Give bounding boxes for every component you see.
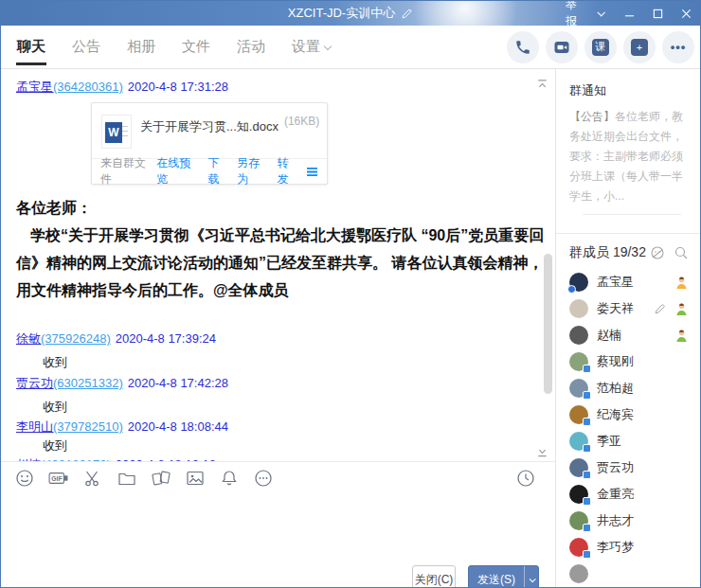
- message-header: 李明山(379782510)2020-4-8 18:08:44: [16, 419, 555, 435]
- svg-text:GIF: GIF: [51, 475, 62, 482]
- message-timestamp: 2020-4-8 17:31:28: [128, 80, 228, 94]
- file-name: 关于开展学习贯...知.docx: [140, 118, 279, 135]
- members-header: 群成员 19/32: [556, 234, 700, 269]
- group-app-plus-icon[interactable]: +: [623, 31, 656, 63]
- message-text: 各位老师： 学校“关于开展学习贯彻《习近平总书记给北大援鄂医疗队 “90后”党员…: [16, 194, 547, 304]
- message-history-clock-icon[interactable]: [515, 468, 536, 489]
- sender-name-link[interactable]: 孟宝星: [16, 80, 53, 94]
- member-row[interactable]: 李巧梦: [556, 534, 700, 561]
- sender-name-link[interactable]: 贾云功: [16, 376, 53, 390]
- member-row[interactable]: 金重亮: [556, 481, 700, 508]
- jump-to-bottom-icon[interactable]: [536, 446, 548, 458]
- message-header-clipped: 赵楠(402183173)2020-4-8 18:12:18: [16, 456, 555, 461]
- avatar: [569, 432, 588, 451]
- avatar: [569, 405, 588, 424]
- sender-uid-link[interactable]: (630251332): [53, 376, 123, 390]
- message-text: 收到: [43, 437, 555, 454]
- file-message-card[interactable]: W 关于开展学习贯...知.docx (16KB) 来自群文件 在线预览 下载 …: [91, 102, 328, 185]
- tab-announcement[interactable]: 公告: [71, 27, 101, 67]
- avatar: [569, 273, 588, 292]
- message-timestamp: 2020-4-8 18:12:18: [116, 457, 216, 461]
- tab-chat[interactable]: 聊天: [16, 27, 46, 67]
- window-shake-icon[interactable]: [151, 468, 171, 489]
- more-tools-icon[interactable]: [253, 468, 274, 489]
- mobile-online-badge: [583, 365, 591, 373]
- group-sidebar: 群通知 【公告】各位老师，教务处近期会出台文件，要求：主副带老师必须分班上课（每…: [555, 69, 700, 587]
- jump-to-top-icon[interactable]: [536, 79, 548, 91]
- sender-name-link[interactable]: 徐敏: [16, 331, 41, 346]
- member-row[interactable]: 季亚: [556, 428, 700, 454]
- tab-files[interactable]: 文件: [181, 27, 211, 67]
- send-file-folder-icon[interactable]: [117, 468, 137, 489]
- more-icon[interactable]: •••: [662, 31, 694, 63]
- sender-uid-link[interactable]: (379782510): [53, 419, 123, 434]
- file-forward-link[interactable]: 转发: [277, 155, 299, 187]
- mobile-online-badge: [583, 524, 591, 532]
- member-row[interactable]: 蔡现刚: [556, 348, 700, 375]
- smiley-icon[interactable]: [14, 468, 35, 489]
- window-title: XZCIT-JD-实训中心: [288, 5, 395, 22]
- member-row[interactable]: 井志才: [556, 508, 700, 534]
- send-button[interactable]: 发送(S): [468, 565, 539, 588]
- group-notice[interactable]: 群通知 【公告】各位老师，教务处近期会出台文件，要求：主副带老师必须分班上课（每…: [556, 69, 700, 215]
- voice-call-icon[interactable]: [507, 31, 539, 63]
- mobile-online-badge: [583, 497, 591, 506]
- maximize-icon[interactable]: [643, 1, 672, 26]
- edit-pencil-icon[interactable]: [401, 8, 413, 20]
- member-search-icon[interactable]: [674, 245, 689, 260]
- close-button[interactable]: 关闭(C): [412, 565, 456, 588]
- member-row[interactable]: 贾云功: [556, 454, 700, 481]
- chat-scrollbar-thumb[interactable]: [544, 254, 552, 394]
- tab-settings[interactable]: 设置: [291, 27, 332, 67]
- message-text: 收到: [43, 399, 555, 415]
- video-call-icon[interactable]: [546, 31, 578, 63]
- file-download-link[interactable]: 下载: [207, 155, 230, 187]
- minimize-icon[interactable]: [615, 1, 643, 26]
- avatar: [569, 299, 588, 318]
- anonymous-chat-icon[interactable]: [650, 245, 665, 260]
- chevron-down-icon[interactable]: [586, 1, 615, 26]
- message-header: 徐敏(375926248)2020-4-8 17:39:24: [16, 330, 555, 347]
- file-preview-link[interactable]: 在线预览: [156, 155, 201, 187]
- member-row[interactable]: 范柏超: [556, 375, 700, 401]
- owner-badge-icon: [674, 276, 689, 290]
- composer-toolbar: GIF: [1, 461, 555, 494]
- report-button[interactable]: 举报: [558, 1, 586, 26]
- screenshot-scissors-icon[interactable]: [82, 468, 103, 489]
- sender-uid-link[interactable]: (375926248): [41, 331, 111, 346]
- member-row[interactable]: 孟宝星: [556, 269, 700, 295]
- message-timestamp: 2020-4-8 17:39:24: [116, 331, 216, 346]
- sender-uid-link[interactable]: (402183173): [41, 457, 111, 461]
- gif-icon[interactable]: GIF: [48, 468, 69, 489]
- message-header: 孟宝星(364280361)2020-4-8 17:31:28: [16, 79, 555, 95]
- announcement-bell-icon[interactable]: [219, 468, 240, 489]
- send-image-icon[interactable]: [185, 468, 206, 489]
- member-row[interactable]: 赵楠: [556, 322, 700, 348]
- message-input[interactable]: [1, 494, 555, 565]
- message-text: 收到: [43, 354, 555, 370]
- tab-album[interactable]: 相册: [126, 27, 156, 67]
- message-timestamp: 2020-4-8 18:08:44: [128, 419, 228, 434]
- avatar: [569, 511, 588, 530]
- tab-activity[interactable]: 活动: [236, 27, 266, 67]
- course-icon[interactable]: 课: [584, 31, 617, 63]
- sender-name-link[interactable]: 赵楠: [16, 457, 41, 461]
- admin-badge-icon: [674, 302, 689, 316]
- avatar: [569, 564, 588, 583]
- file-save-as-link[interactable]: 另存为: [237, 155, 270, 187]
- sender-uid-link[interactable]: (364280361): [53, 80, 123, 94]
- close-icon[interactable]: [672, 1, 700, 26]
- member-row[interactable]: 娄天祥: [556, 295, 700, 322]
- tab-bar: 聊天 公告 相册 文件 活动 设置 课 + •••: [1, 26, 700, 69]
- message-timestamp: 2020-4-8 17:42:28: [128, 376, 228, 390]
- member-row[interactable]: 纪海宾: [556, 401, 700, 428]
- word-doc-icon: W: [101, 115, 132, 149]
- composer-buttons: 关闭(C) 发送(S): [1, 565, 555, 588]
- member-list: 孟宝星 娄天祥 赵楠 蔡现: [556, 269, 700, 587]
- avatar: [569, 352, 588, 371]
- send-options-chevron-icon[interactable]: [525, 578, 538, 582]
- file-menu-icon[interactable]: [306, 167, 318, 177]
- avatar: [569, 458, 588, 477]
- member-row-clipped[interactable]: [556, 561, 700, 587]
- sender-name-link[interactable]: 李明山: [16, 419, 53, 434]
